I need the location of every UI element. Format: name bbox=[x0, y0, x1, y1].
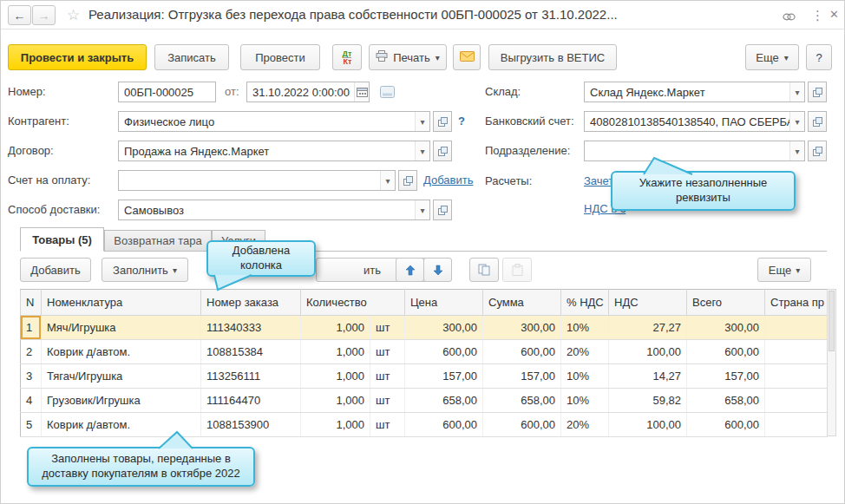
document-window: ← → ☆ Реализация: Отгрузка без перехода … bbox=[0, 0, 845, 504]
callout-tails bbox=[1, 1, 845, 504]
